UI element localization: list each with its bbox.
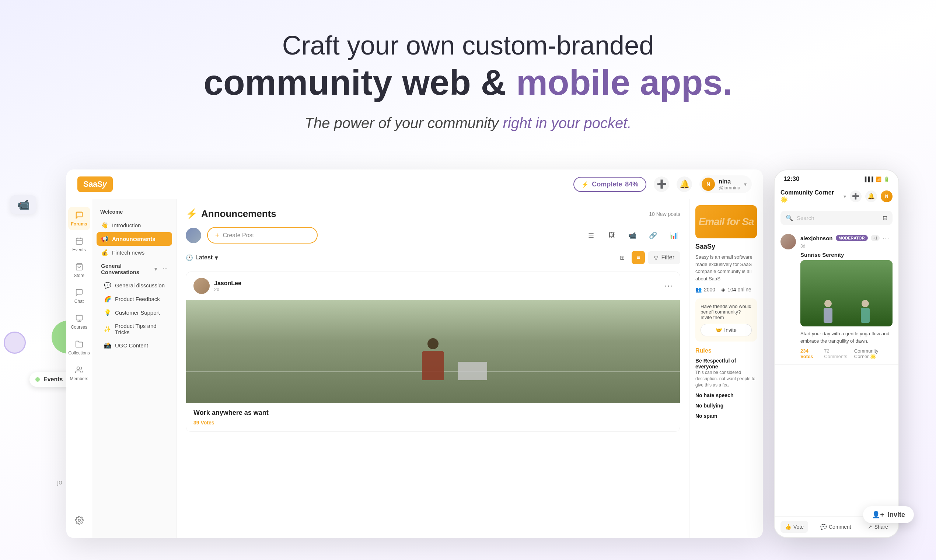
more-icon: ···: [163, 266, 168, 272]
svg-rect-0: [76, 238, 82, 245]
post-time: 2d: [214, 287, 660, 292]
list-icon[interactable]: ☰: [585, 229, 598, 242]
post-toolbar: ☰ 🖼 📹 🔗 📊: [585, 229, 680, 242]
chat-icon: [74, 288, 84, 297]
invite-emoji-icon: 🤝: [716, 327, 722, 333]
floating-camera: 📹: [10, 195, 36, 214]
sidebar-item-events[interactable]: Events: [68, 232, 90, 256]
rule-2: No hate speech: [695, 392, 757, 398]
moderator-badge: MODERATOR: [836, 235, 868, 241]
bell-icon[interactable]: 🔔: [677, 177, 692, 192]
chat-label: Chat: [74, 299, 84, 304]
community-name: SaaSy: [695, 243, 757, 251]
mobile-user-avatar: N: [881, 191, 893, 202]
mobile-device: 12:30 ▐▐▐ 📶 🔋 Community Corner 🌟 ▾ ➕ 🔔 N: [774, 169, 899, 538]
events-label: Events: [72, 247, 86, 252]
chart-icon[interactable]: 📊: [667, 229, 680, 242]
nav-item-fintech[interactable]: 💰 Fintech news: [97, 246, 172, 259]
mobile-post-more[interactable]: ⋯: [882, 234, 889, 242]
post-image: [186, 300, 680, 403]
chevron-icon: ▾: [154, 266, 157, 272]
battery-icon: 🔋: [884, 177, 890, 182]
mobile-post-desc: Start your day with a gentle yoga flow a…: [801, 330, 893, 345]
settings-icon[interactable]: [71, 512, 87, 531]
nav-item-general-disc[interactable]: 💬 General disscussion: [100, 278, 172, 292]
filter-button[interactable]: ▽ Filter: [648, 251, 680, 264]
mobile-post-title: Sunrise Serenity: [801, 252, 893, 258]
nav-group-general[interactable]: General Conversations ▾ ···: [97, 259, 172, 278]
mobile-search-bar[interactable]: 🔍 Search ⊟: [781, 211, 893, 225]
invite-text: Have friends who would benefi community?…: [700, 303, 752, 320]
mobile-vote-button[interactable]: 👍 Vote: [781, 521, 808, 533]
rule-4: No spam: [695, 413, 757, 419]
filter-icon: ▽: [654, 254, 658, 261]
mobile-comment-button[interactable]: 💬 Comment: [816, 521, 856, 533]
nav-item-ugc[interactable]: 📸 UGC Content: [100, 338, 172, 352]
mobile-post-time: 3d: [801, 243, 893, 249]
online-count: ◈ 104 online: [721, 287, 751, 292]
community-stats: 👥 2000 ◈ 104 online: [695, 287, 757, 292]
top-nav: SaaSy ⚡ Complete 84% ➕ 🔔 N nina @iamnina…: [66, 169, 763, 199]
mobile-filter-icon[interactable]: ⊟: [882, 214, 887, 222]
progress-badge[interactable]: ⚡ Complete 84%: [573, 177, 647, 192]
rules-section: Rules Be Respectful of everyone This can…: [695, 348, 757, 419]
video-icon[interactable]: 📹: [626, 229, 639, 242]
ui-container: SaaSy ⚡ Complete 84% ➕ 🔔 N nina @iamnina…: [66, 169, 899, 538]
nav-item-product-feedback[interactable]: 🌈 Product Feedback: [100, 292, 172, 306]
sidebar-item-chat[interactable]: Chat: [68, 284, 90, 308]
post-menu-button[interactable]: ⋯: [664, 281, 673, 291]
mobile-post-item: alexjohnson MODERATOR +1 ⋯ 3d Sunrise Se…: [774, 229, 898, 365]
sidebar-item-collections[interactable]: Collections: [68, 335, 90, 359]
image-icon[interactable]: 🖼: [605, 229, 618, 242]
link-icon[interactable]: 🔗: [647, 229, 660, 242]
invite-section: Have friends who would benefi community?…: [695, 298, 757, 342]
mobile-post-image: [801, 260, 893, 326]
list-view-btn[interactable]: ≡: [632, 251, 645, 264]
nav-item-product-tips[interactable]: ✨ Product Tips and Tricks: [100, 319, 172, 338]
invite-float-button[interactable]: 👤+ Invite: [863, 506, 914, 523]
mobile-community-tag: Community Corner 🌟: [854, 348, 893, 359]
add-button[interactable]: ➕: [654, 177, 669, 192]
app-body: Forums Events Store: [66, 199, 763, 538]
filter-bar: 🕐 Latest ▾ ⊞ ≡ ▽ Filter: [186, 251, 680, 264]
mobile-bell-button[interactable]: 🔔: [865, 191, 877, 202]
user-avatar: N: [702, 178, 715, 191]
sidebar-item-store[interactable]: Store: [68, 258, 90, 282]
signal-icon: ▐▐▐: [863, 177, 873, 182]
community-banner: Email for Sa: [695, 205, 757, 238]
post-author-avatar: [194, 278, 210, 294]
chevron-down-icon: ▾: [215, 254, 218, 261]
members-label: Members: [70, 376, 88, 381]
create-post-input[interactable]: + Create Post: [207, 227, 318, 243]
latest-button[interactable]: 🕐 Latest ▾: [186, 254, 218, 261]
rules-title: Rules: [695, 348, 757, 354]
share-icon: ↗: [868, 524, 872, 530]
store-label: Store: [74, 273, 85, 278]
mobile-add-button[interactable]: ➕: [850, 191, 862, 202]
nav-item-announcements[interactable]: 📢 Announcements: [97, 232, 172, 246]
rule-1: Be Respectful of everyone This can be co…: [695, 358, 757, 388]
person-initial: jo: [57, 478, 62, 486]
collections-icon: [74, 339, 84, 349]
left-sidebar: Forums Events Store: [66, 199, 92, 538]
sidebar-item-forums[interactable]: Forums: [68, 207, 90, 230]
logo: SaaSy: [77, 177, 113, 192]
post-author-name: JasonLee: [214, 280, 660, 287]
sidebar-item-courses[interactable]: Courses: [68, 310, 90, 334]
courses-icon: [74, 314, 84, 323]
nav-panel: Welcome 👋 Introduction 📢 Announcements 💰…: [92, 199, 177, 538]
mobile-votes-count: 234 Votes: [801, 348, 818, 359]
user-menu[interactable]: N nina @iamnina ▾: [699, 175, 752, 193]
grid-view-btn[interactable]: ⊞: [616, 251, 629, 264]
post-footer: Work anywhere as want 39 Votes: [186, 403, 680, 431]
welcome-label: Welcome: [97, 207, 172, 217]
new-posts-badge: 10 New posts: [649, 211, 680, 217]
sidebar-item-members[interactable]: Members: [68, 362, 90, 385]
invite-button[interactable]: 🤝 Invite: [700, 324, 752, 336]
nav-item-introduction[interactable]: 👋 Introduction: [97, 218, 172, 232]
mobile-poster-avatar: [781, 234, 796, 249]
lightning-icon: ⚡: [582, 181, 589, 188]
rule-3: No bullying: [695, 403, 757, 409]
chevron-down-icon: ▾: [744, 181, 747, 187]
nav-item-customer-support[interactable]: 💡 Customer Support: [100, 306, 172, 319]
